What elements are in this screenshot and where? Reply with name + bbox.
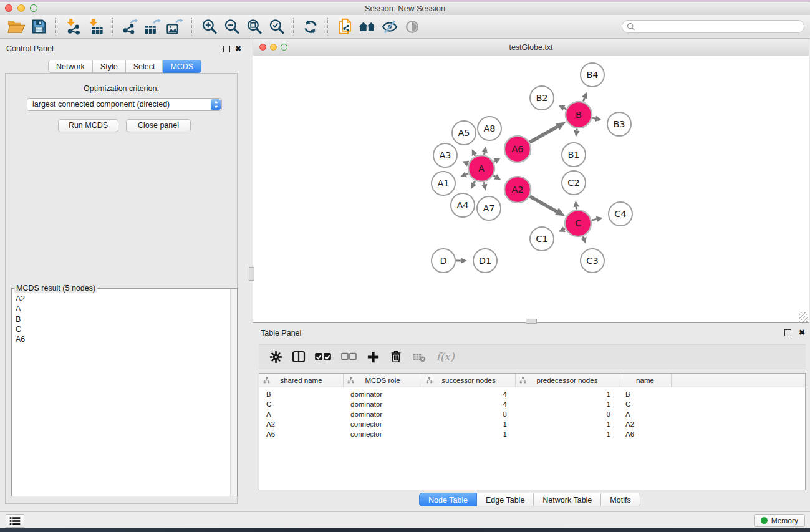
close-table-panel-icon[interactable]: ✖ [799,329,805,336]
zoom-in-icon[interactable] [198,17,220,37]
node-table-body: Bdominator41BCdominator41CAdominator80AA… [259,387,805,440]
table-mode-gear-icon[interactable] [266,347,285,366]
clone-network-icon[interactable] [334,17,356,37]
table-row[interactable]: Cdominator41C [259,400,805,410]
mcds-result-item[interactable]: A [12,304,230,314]
table-cell[interactable]: dominator [344,390,422,400]
mcds-result-scrollbar[interactable] [230,289,237,496]
graph-edge[interactable] [583,98,584,102]
delete-columns-icon[interactable] [387,347,405,366]
graph-edge[interactable] [592,118,595,118]
mcds-result-item[interactable]: A2 [12,294,230,304]
table-cell[interactable]: 1 [516,390,619,400]
open-file-icon[interactable] [5,17,27,37]
run-mcds-button[interactable]: Run MCDS [58,119,118,132]
tab-node-table[interactable]: Node Table [419,493,477,506]
table-cell[interactable]: 4 [422,400,516,410]
table-cell[interactable]: 8 [422,410,516,420]
tab-select[interactable]: Select [126,60,163,73]
graph-edge[interactable] [494,161,495,162]
mcds-result-item[interactable]: C [12,324,230,334]
float-panel-icon[interactable] [223,46,230,52]
table-cell[interactable]: dominator [344,410,422,420]
graph-edge[interactable] [466,173,468,174]
toggle-graphics-details-icon[interactable] [401,17,423,37]
table-cell[interactable]: B [619,390,672,400]
table-cell[interactable]: A [619,410,672,420]
close-panel-button[interactable]: Close panel [126,119,191,132]
table-cell[interactable]: 0 [516,410,619,420]
tab-motifs[interactable]: Motifs [601,493,640,506]
mcds-result-item[interactable]: B [12,314,230,324]
export-table-icon[interactable] [141,17,163,37]
create-new-column-icon[interactable] [364,347,382,366]
table-cell[interactable]: 1 [516,430,619,440]
tab-style[interactable]: Style [93,60,126,73]
tab-network-table[interactable]: Network Table [534,493,601,506]
table-cell[interactable]: 1 [516,400,619,410]
search-input[interactable] [638,21,804,32]
zoom-fit-icon[interactable] [243,17,265,37]
tab-mcds[interactable]: MCDS [163,60,201,73]
export-image-icon[interactable] [163,17,186,37]
import-network-icon[interactable] [62,17,84,37]
memory-button[interactable]: Memory [754,514,805,527]
table-cell[interactable]: 1 [422,420,516,430]
table-row[interactable]: Bdominator41B [259,390,805,400]
table-cell[interactable]: dominator [344,400,422,410]
graph-edge[interactable] [564,108,566,109]
export-network-icon[interactable] [118,17,141,37]
graph-edge[interactable] [530,196,557,211]
table-cell[interactable]: connector [344,430,422,440]
graph-edge[interactable] [475,155,475,156]
hide-graphics-details-icon[interactable] [378,17,401,37]
import-table-icon[interactable] [84,17,107,37]
table-cell[interactable]: 4 [422,390,516,400]
table-cell[interactable]: connector [344,420,422,430]
table-cell[interactable]: 1 [516,420,619,430]
unselect-all-columns-icon[interactable] [338,347,359,366]
show-column-panel-icon[interactable] [289,347,308,366]
column-header-mcds-role[interactable]: MCDS role [344,374,422,387]
resize-grip-icon[interactable] [799,312,808,322]
table-row[interactable]: A2connector11A2 [259,420,805,430]
mcds-result-item[interactable]: A6 [12,334,230,344]
column-header-name[interactable]: name [619,374,672,387]
table-cell[interactable]: A2 [259,420,344,430]
save-session-icon[interactable] [27,17,50,37]
select-all-columns-icon[interactable] [312,347,334,366]
network-canvas[interactable]: B4B2BB3A8A5A6B1A3AA1C2A2A4A7C4CC1C3DD1 [253,56,809,322]
graph-edge[interactable] [583,236,584,238]
task-history-button[interactable] [6,514,24,528]
splitter-handle-vertical[interactable] [249,267,254,281]
tab-edge-table[interactable]: Edge Table [477,493,534,506]
graph-edge[interactable] [484,152,485,155]
table-cell[interactable]: A6 [619,430,672,440]
refresh-icon[interactable] [299,17,322,37]
table-row[interactable]: Adominator80A [259,410,805,420]
zoom-selected-icon[interactable] [265,17,287,37]
table-cell[interactable]: A6 [259,430,344,440]
zoom-out-icon[interactable] [220,17,243,37]
graph-edge[interactable] [474,181,475,183]
graph-edge[interactable] [592,219,597,220]
column-header-successor-nodes[interactable]: successor nodes [422,374,516,387]
criterion-dropdown[interactable]: largest connected component (directed) [27,98,222,111]
graph-edge[interactable] [530,127,557,142]
table-cell[interactable]: C [259,400,344,410]
show-network-overview-icon[interactable] [356,17,378,37]
table-cell[interactable]: A2 [619,420,672,430]
column-header-predecessor-nodes[interactable]: predecessor nodes [516,374,619,387]
table-cell[interactable]: C [619,400,672,410]
table-cell[interactable]: A [259,410,344,420]
table-cell[interactable]: 1 [422,430,516,440]
table-cell[interactable]: B [259,390,344,400]
graph-edge[interactable] [493,175,495,177]
column-header-shared-name[interactable]: shared name [259,374,344,387]
tab-network[interactable]: Network [48,60,93,73]
graph-edge[interactable] [564,229,566,230]
float-table-panel-icon[interactable] [784,329,791,336]
close-panel-icon[interactable]: ✖ [235,45,241,52]
table-row[interactable]: A6connector11A6 [259,430,805,440]
graph-edge[interactable] [484,182,485,185]
